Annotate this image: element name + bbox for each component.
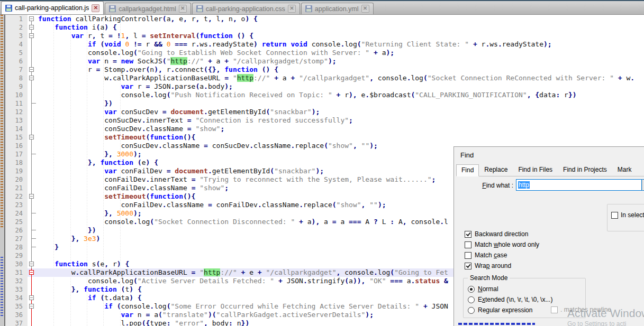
radio-button[interactable] [468, 296, 475, 303]
code-text[interactable]: console.log("Going to Establish Web Sock… [36, 49, 644, 57]
code-text[interactable]: conSucDev.innerText = "Connection is res… [36, 116, 644, 125]
tab-close-icon[interactable]: ✕ [92, 4, 99, 12]
search-mode-Normal[interactable]: Normal [468, 285, 552, 293]
code-line[interactable]: 6 var n = new SockJS("http://" + a + "/c… [5, 57, 644, 66]
find-dialog-tab-Find[interactable]: Find [456, 164, 479, 176]
radio-button[interactable] [468, 307, 475, 314]
fold-marker[interactable] [28, 319, 36, 326]
fold-marker[interactable] [28, 116, 36, 125]
checkbox[interactable] [465, 231, 471, 238]
fold-marker[interactable] [28, 201, 36, 209]
fold-marker[interactable] [28, 49, 36, 57]
code-line[interactable]: 1function callParkingController(a, e, r,… [5, 15, 644, 23]
fold-marker[interactable] [28, 294, 36, 302]
code-line[interactable]: 10 console.log("Push Notification Receiv… [5, 91, 644, 99]
fold-marker[interactable] [28, 268, 36, 277]
code-line[interactable]: 4 if (void 0 != r && 0 === r.ws.readySta… [5, 40, 644, 49]
code-line[interactable]: 13 conSucDev.innerText = "Connection is … [5, 116, 644, 125]
fold-marker[interactable] [28, 74, 36, 82]
fold-marker[interactable] [28, 57, 36, 66]
code-line[interactable]: 14 conSucDev.className = "show"; [5, 125, 644, 133]
code-text[interactable]: }) [36, 99, 644, 108]
tab-application.yml[interactable]: application.yml✕ [301, 3, 374, 14]
checkbox[interactable] [611, 212, 618, 219]
code-line[interactable]: 5 console.log("Going to Establish Web So… [5, 49, 644, 57]
radio-button[interactable] [468, 286, 475, 293]
tab-close-icon[interactable]: ✕ [361, 5, 369, 13]
code-line[interactable]: 7 r = Stomp.over(n), r.connect({}, funct… [5, 66, 644, 74]
code-line[interactable]: 12 var conSucDev = document.getElementBy… [5, 108, 644, 116]
code-text[interactable]: function callParkingController(a, e, r, … [36, 15, 644, 23]
find-dialog-tab-Find in Files[interactable]: Find in Files [513, 164, 558, 176]
fold-marker[interactable] [28, 167, 36, 175]
fold-marker[interactable] [28, 243, 36, 252]
tab-close-icon[interactable]: ✕ [179, 5, 187, 13]
tab-callparkgadget.html[interactable]: callparkgadget.html✕ [105, 3, 191, 14]
line-number: 20 [5, 175, 28, 184]
fold-marker[interactable] [28, 125, 36, 133]
code-text[interactable]: var r, t = !1, l = setInterval(function … [36, 32, 644, 40]
fold-marker[interactable] [28, 82, 36, 91]
code-text[interactable]: if (void 0 != r && 0 === r.ws.readyState… [36, 40, 644, 49]
search-mode-Regular expression[interactable]: Regular expression [468, 306, 552, 314]
checkbox-label: . matches newline [560, 306, 611, 313]
option-Match whole word only[interactable]: Match whole word only [465, 240, 539, 249]
tab-call-parking-application.js[interactable]: call-parking-application.js✕ [1, 1, 104, 14]
fold-marker[interactable] [28, 66, 36, 74]
fold-marker[interactable] [28, 218, 36, 226]
code-line[interactable]: 11 }) [5, 99, 644, 108]
find-dialog-tab-Mark[interactable]: Mark [612, 164, 637, 176]
in-selection-checkbox[interactable]: In selecti [611, 211, 644, 219]
fold-marker[interactable] [28, 192, 36, 201]
fold-marker[interactable] [28, 252, 36, 260]
code-text[interactable]: function i(a) { [36, 23, 644, 32]
fold-marker[interactable] [28, 311, 36, 319]
code-text[interactable]: var n = new SockJS("http://" + a + "/cal… [36, 57, 644, 66]
code-line[interactable]: 2 function i(a) { [5, 23, 644, 32]
option-Match case[interactable]: Match case [465, 251, 539, 259]
find-dialog-tab-Find in Projects[interactable]: Find in Projects [558, 164, 612, 176]
tab-call-parking-application.css[interactable]: call-parking-application.css✕ [192, 3, 300, 14]
option-Wrap around[interactable]: Wrap around [465, 262, 539, 270]
fold-marker[interactable] [28, 302, 36, 311]
fold-marker[interactable] [28, 159, 36, 167]
fold-marker[interactable] [28, 108, 36, 116]
code-text[interactable]: var r = JSON.parse(a.body); [36, 82, 644, 91]
search-mode-Extended (\n, \r, \t, \0, \x...)[interactable]: Extended (\n, \r, \t, \0, \x...) [468, 295, 552, 304]
fold-marker[interactable] [28, 235, 36, 243]
fold-marker[interactable] [28, 150, 36, 159]
code-text[interactable]: w.callParkApplicationBaseURL = "http://"… [36, 74, 644, 82]
code-text[interactable]: console.log("Push Notification Received … [36, 91, 644, 99]
fold-marker[interactable] [28, 133, 36, 142]
fold-marker[interactable] [28, 99, 36, 108]
fold-marker[interactable] [28, 226, 36, 235]
fold-marker[interactable] [28, 175, 36, 184]
fold-marker[interactable] [28, 277, 36, 285]
code-text[interactable]: var conSucDev = document.getElementById(… [36, 108, 644, 116]
fold-marker[interactable] [28, 184, 36, 192]
fold-marker[interactable] [28, 142, 36, 150]
code-line[interactable]: 8 w.callParkApplicationBaseURL = "http:/… [5, 74, 644, 82]
code-text[interactable]: setTimeout(function(){ [36, 133, 644, 142]
option-Backward direction[interactable]: Backward direction [465, 230, 539, 238]
fold-marker[interactable] [28, 32, 36, 40]
code-text[interactable]: r = Stomp.over(n), r.connect({}, functio… [36, 66, 644, 74]
tab-close-icon[interactable]: ✕ [288, 5, 296, 13]
fold-marker[interactable] [28, 15, 36, 23]
code-line[interactable]: 15 setTimeout(function(){ [5, 133, 644, 142]
fold-marker[interactable] [28, 40, 36, 49]
checkbox[interactable] [465, 252, 471, 259]
find-dialog-tab-Replace[interactable]: Replace [479, 164, 513, 176]
fold-marker[interactable] [28, 285, 36, 294]
find-what-dropdown[interactable] [642, 179, 644, 191]
code-line[interactable]: 9 var r = JSON.parse(a.body); [5, 82, 644, 91]
checkbox[interactable] [465, 263, 471, 269]
fold-marker[interactable] [28, 23, 36, 32]
code-text[interactable]: conSucDev.className = "show"; [36, 125, 644, 133]
checkbox[interactable] [465, 241, 471, 248]
fold-marker[interactable] [28, 209, 36, 218]
code-line[interactable]: 3 var r, t = !1, l = setInterval(functio… [5, 32, 644, 40]
find-what-input[interactable]: http [516, 179, 642, 191]
fold-marker[interactable] [28, 260, 36, 268]
fold-marker[interactable] [28, 91, 36, 99]
